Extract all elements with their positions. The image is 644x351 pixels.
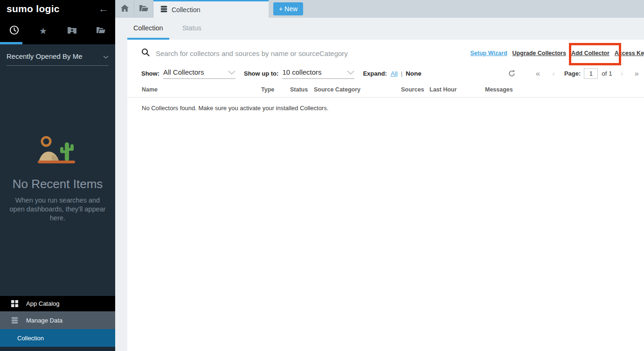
- toolbar-links: Setup Wizard Upgrade Collectors Add Coll…: [471, 50, 644, 56]
- expand-none-option[interactable]: None: [406, 70, 422, 77]
- subtab-status[interactable]: Status: [176, 18, 208, 40]
- recent-filter-dropdown[interactable]: Recently Opened By Me: [7, 52, 109, 66]
- column-header-last-hour: Last Hour: [429, 86, 485, 93]
- chevron-down-icon: [347, 68, 354, 76]
- open-folder-icon: [139, 5, 148, 13]
- main-area: Collection + New Collection Status Setup…: [115, 0, 644, 351]
- show-label: Show:: [141, 70, 159, 77]
- sidebar: sumo logic ← ★: [0, 0, 115, 351]
- sidebar-tab-recents[interactable]: [0, 18, 29, 44]
- grid-icon: [11, 300, 18, 307]
- search-icon: [141, 48, 150, 58]
- app-window: sumo logic ← ★: [0, 0, 644, 351]
- tab-strip: Collection + New: [115, 0, 644, 18]
- home-icon: [121, 5, 129, 13]
- chevron-down-icon: [228, 68, 235, 76]
- clock-icon: [9, 25, 19, 37]
- tab-collection[interactable]: Collection: [153, 0, 269, 18]
- new-button[interactable]: + New: [273, 2, 303, 15]
- page-label: Page:: [564, 70, 581, 77]
- last-page-icon[interactable]: »: [635, 70, 639, 77]
- next-page-icon[interactable]: ›: [621, 70, 623, 77]
- active-tab-indicator: [0, 42, 22, 44]
- open-folder-icon: [97, 27, 105, 35]
- chevron-down-icon: [103, 52, 109, 60]
- sidebar-panel: Recently Opened By Me: [0, 44, 115, 296]
- sidebar-item-manage-data[interactable]: Manage Data: [0, 311, 115, 329]
- access-keys-link[interactable]: Access Keys: [615, 50, 644, 56]
- sumo-logic-logo: sumo logic: [7, 3, 60, 14]
- refresh-icon[interactable]: [508, 70, 515, 77]
- collapse-sidebar-icon[interactable]: ←: [98, 4, 109, 14]
- limit-label: Show up to:: [244, 70, 278, 77]
- column-header-messages: Messages: [485, 86, 644, 93]
- page-total: of 1: [602, 70, 612, 77]
- pagination: « ‹ Page: of 1 › »: [508, 68, 639, 79]
- search-input[interactable]: [156, 49, 361, 57]
- expand-all-link[interactable]: All: [391, 70, 398, 77]
- show-filter-dropdown[interactable]: All Collectors: [163, 68, 235, 79]
- home-button[interactable]: [115, 0, 134, 18]
- upgrade-collectors-link[interactable]: Upgrade Collectors: [512, 50, 566, 56]
- sidebar-item-label: Manage Data: [26, 317, 62, 324]
- sidebar-tab-favorites[interactable]: ★: [29, 18, 58, 44]
- star-icon: ★: [39, 26, 47, 36]
- page-number-input[interactable]: [584, 68, 598, 79]
- column-header-name: Name: [142, 86, 261, 93]
- setup-wizard-link[interactable]: Setup Wizard: [471, 50, 507, 56]
- sidebar-icon-nav: ★: [0, 18, 115, 44]
- sidebar-tab-library[interactable]: [86, 18, 115, 44]
- limit-value: 10 collectors: [282, 68, 321, 76]
- subtab-collection[interactable]: Collection: [127, 18, 169, 40]
- collection-panel: Setup Wizard Upgrade Collectors Add Coll…: [127, 40, 644, 351]
- column-header-source-category: Source Category: [314, 86, 401, 93]
- column-header-sources: Sources: [401, 86, 429, 93]
- sidebar-empty-state: No Recent Items When you run searches an…: [7, 136, 109, 223]
- sidebar-footer: [0, 347, 115, 351]
- sidebar-item-label: Collection: [17, 335, 44, 342]
- expand-separator: |: [401, 70, 402, 77]
- column-header-status: Status: [290, 86, 314, 93]
- show-filter-value: All Collectors: [163, 68, 204, 76]
- sidebar-header: sumo logic ←: [0, 0, 115, 18]
- shared-folder-icon: [68, 27, 76, 35]
- database-icon: [11, 317, 18, 324]
- database-icon: [160, 6, 167, 14]
- expand-label: Expand:: [363, 70, 387, 77]
- sidebar-item-app-catalog[interactable]: App Catalog: [0, 296, 115, 311]
- empty-state-title: No Recent Items: [7, 177, 109, 191]
- sidebar-item-label: App Catalog: [26, 300, 60, 307]
- desert-illustration: [7, 136, 109, 165]
- search-row: Setup Wizard Upgrade Collectors Add Coll…: [141, 47, 644, 59]
- library-button[interactable]: [134, 0, 153, 18]
- subtab-bar: Collection Status: [115, 18, 644, 40]
- add-collector-link[interactable]: Add Collector: [571, 50, 609, 56]
- column-header-type: Type: [261, 86, 290, 93]
- sidebar-item-collection[interactable]: Collection: [0, 329, 115, 347]
- controls-row: Show: All Collectors Show up to: 10 coll…: [141, 67, 644, 79]
- tab-title: Collection: [172, 6, 200, 14]
- empty-table-message: No Collectors found. Make sure you activ…: [142, 105, 644, 112]
- recent-filter-label: Recently Opened By Me: [7, 52, 83, 60]
- prev-page-icon[interactable]: ‹: [552, 70, 555, 77]
- sidebar-tab-shared[interactable]: [58, 18, 87, 44]
- limit-dropdown[interactable]: 10 collectors: [282, 68, 354, 79]
- first-page-icon[interactable]: «: [536, 70, 540, 77]
- empty-state-description: When you run searches and open dashboard…: [8, 196, 108, 223]
- table-header-row: Name Type Status Source Category Sources…: [127, 86, 644, 98]
